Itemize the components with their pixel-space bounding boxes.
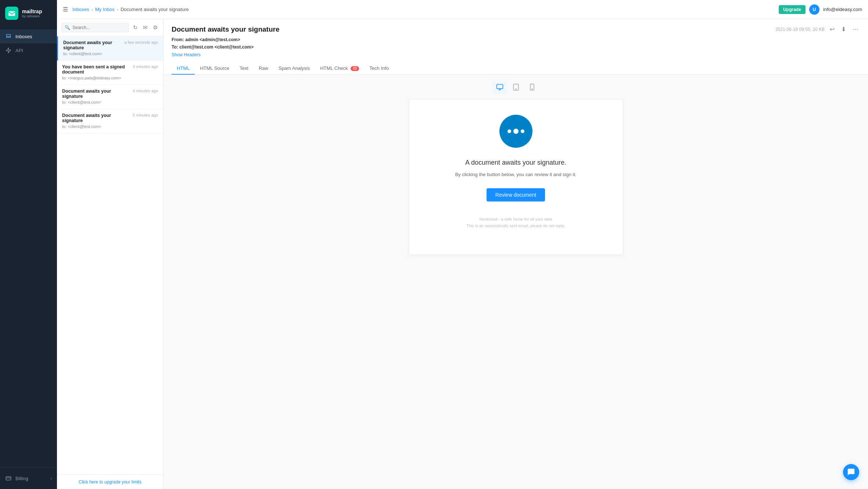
- tab-spam-analysis[interactable]: Spam Analysis: [273, 63, 315, 75]
- toolbar-icons: ↻ ✉ ⚙: [132, 23, 159, 32]
- desktop-view-button[interactable]: [493, 82, 506, 94]
- breadcrumb-sep-1: ›: [92, 7, 93, 12]
- email-list-footer: Click here to upgrade your limits: [57, 474, 163, 489]
- svg-point-6: [532, 89, 532, 89]
- email-body-footer: Nextcloud - a safe home for all your dat…: [466, 216, 565, 229]
- email-item[interactable]: 5 minutes ago Document awaits your signa…: [57, 109, 163, 133]
- email-content-frame: A document awaits your signature. By cli…: [409, 100, 623, 254]
- sidebar-item-inboxes[interactable]: Inboxes: [0, 29, 57, 43]
- topbar: ☰ Inboxes › My Inbox › Document awaits y…: [57, 0, 868, 19]
- billing-icon: [5, 475, 12, 482]
- avatar: U: [809, 4, 819, 15]
- email-list: 🔍 ↻ ✉ ⚙ a few seconds ago Document await…: [57, 19, 164, 489]
- hamburger-icon[interactable]: ☰: [63, 6, 68, 13]
- upgrade-limits-link[interactable]: Click here to upgrade your limits: [79, 479, 141, 485]
- topbar-right: Upgrade U info@eideasy.com: [779, 4, 862, 15]
- search-input[interactable]: [72, 25, 126, 30]
- tab-html-check[interactable]: HTML Check 89: [315, 63, 364, 75]
- search-icon: 🔍: [65, 25, 70, 30]
- footer-line-1: Nextcloud - a safe home for all your dat…: [466, 216, 565, 223]
- sidebar-nav: Inboxes API: [0, 26, 57, 467]
- email-to-meta: To: client@test.com <client@test.com>: [172, 44, 860, 50]
- email-body-heading: A document awaits your signature.: [465, 159, 566, 167]
- nc-dot-left: [507, 129, 511, 133]
- svg-rect-1: [6, 476, 11, 480]
- email-time: 4 minutes ago: [133, 89, 158, 93]
- svg-rect-0: [8, 11, 15, 16]
- show-headers-link[interactable]: Show Headers: [172, 52, 201, 57]
- breadcrumb: Inboxes › My Inbox › Document awaits you…: [72, 7, 189, 12]
- email-detail: Document awaits your signature 2021-06-1…: [164, 19, 868, 489]
- email-detail-title: Document awaits your signature: [172, 25, 280, 33]
- sidebar-item-api[interactable]: API: [0, 43, 57, 57]
- nc-logo-dots: [507, 129, 524, 134]
- sidebar-inboxes-label: Inboxes: [15, 34, 32, 39]
- content-area: 🔍 ↻ ✉ ⚙ a few seconds ago Document await…: [57, 19, 868, 489]
- logo-subtext: by railsware: [22, 14, 42, 18]
- footer-line-2: This is an automatically sent email, ple…: [466, 223, 565, 229]
- html-check-label: HTML Check: [320, 65, 348, 71]
- breadcrumb-inboxes[interactable]: Inboxes: [72, 7, 89, 12]
- inbox-icon: [5, 33, 12, 40]
- email-list-toolbar: 🔍 ↻ ✉ ⚙: [57, 19, 163, 36]
- email-to: to: <client@test.com>: [62, 100, 158, 104]
- review-document-button[interactable]: Review document: [487, 188, 545, 201]
- nextcloud-logo: [499, 115, 532, 148]
- email-to: to: <margus.pala@eideasy.com>: [62, 76, 158, 80]
- device-switcher: [493, 82, 539, 94]
- email-body-subtext: By clicking the button below, you can re…: [455, 172, 576, 177]
- email-detail-header: Document awaits your signature 2021-06-1…: [164, 19, 868, 75]
- email-time: 3 minutes ago: [133, 64, 158, 69]
- nc-dot-center: [513, 129, 519, 134]
- logo-area: mailtrap by railsware: [0, 0, 57, 26]
- search-box[interactable]: 🔍: [61, 23, 129, 32]
- email-detail-actions: 2021-06-18 09:55, 20 KB ↩ ⬇ ⋯: [775, 24, 860, 34]
- logo-name: mailtrap: [22, 8, 42, 15]
- from-label: From:: [172, 37, 185, 42]
- breadcrumb-my-inbox[interactable]: My Inbox: [95, 7, 115, 12]
- to-label: To:: [172, 44, 179, 50]
- email-item[interactable]: 3 minutes ago You have been sent a signe…: [57, 61, 163, 85]
- email-item[interactable]: a few seconds ago Document awaits your s…: [57, 36, 163, 61]
- tab-raw[interactable]: Raw: [254, 63, 273, 75]
- tab-tech-info[interactable]: Tech Info: [364, 63, 394, 75]
- email-body-container: A document awaits your signature. By cli…: [164, 75, 868, 489]
- email-to: to: <client@test.com>: [63, 51, 158, 56]
- to-value: client@test.com <client@test.com>: [179, 44, 254, 50]
- mobile-view-button[interactable]: [526, 82, 539, 94]
- breadcrumb-sep-2: ›: [117, 7, 118, 12]
- more-icon[interactable]: ⋯: [851, 24, 860, 34]
- email-date-size: 2021-06-18 09:55, 20 KB: [775, 27, 825, 32]
- billing-label: Billing: [15, 476, 28, 481]
- nc-dot-right: [521, 129, 524, 133]
- email-items: a few seconds ago Document awaits your s…: [57, 36, 163, 474]
- sidebar: mailtrap by railsware Inboxes API: [0, 0, 57, 489]
- download-icon[interactable]: ⬇: [840, 24, 847, 34]
- svg-point-4: [516, 89, 516, 89]
- inbox-check-icon[interactable]: ✉: [142, 23, 149, 32]
- billing-chevron-icon: ›: [51, 476, 52, 481]
- email-item[interactable]: 4 minutes ago Document awaits your signa…: [57, 85, 163, 109]
- breadcrumb-current: Document awaits your signature: [121, 7, 189, 12]
- tab-html[interactable]: HTML: [172, 63, 195, 75]
- reply-icon[interactable]: ↩: [828, 24, 836, 34]
- upgrade-button[interactable]: Upgrade: [779, 5, 806, 14]
- user-email: info@eideasy.com: [823, 7, 862, 12]
- email-tabs: HTML HTML Source Text Raw Spam Analysis …: [172, 63, 860, 74]
- tablet-view-button[interactable]: [509, 82, 523, 94]
- tab-html-source[interactable]: HTML Source: [195, 63, 234, 75]
- email-time: 5 minutes ago: [133, 113, 158, 117]
- email-to: to: <client@test.com>: [62, 124, 158, 129]
- main-content: ☰ Inboxes › My Inbox › Document awaits y…: [57, 0, 868, 489]
- sidebar-item-billing[interactable]: Billing ›: [5, 472, 52, 485]
- chat-button[interactable]: [843, 464, 859, 480]
- api-icon: [5, 47, 12, 54]
- sidebar-bottom: Billing ›: [0, 467, 57, 489]
- tab-text[interactable]: Text: [234, 63, 254, 75]
- sidebar-api-label: API: [15, 48, 23, 53]
- refresh-icon[interactable]: ↻: [132, 23, 139, 32]
- settings-icon[interactable]: ⚙: [152, 23, 159, 32]
- logo-icon: [5, 7, 18, 20]
- html-check-badge: 89: [351, 66, 359, 71]
- from-value: admin <admin@test.com>: [185, 37, 240, 42]
